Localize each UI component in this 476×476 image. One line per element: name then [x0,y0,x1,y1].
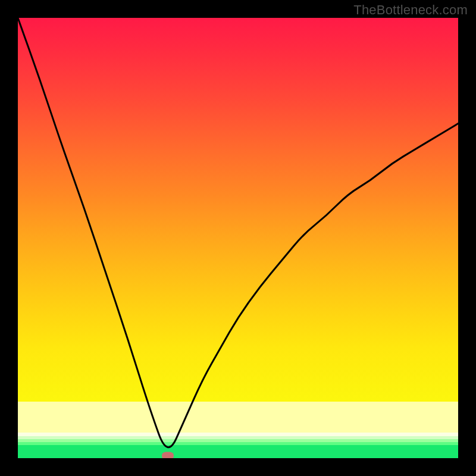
plot-area [18,18,458,458]
chart-frame: TheBottleneck.com [0,0,476,476]
watermark-text: TheBottleneck.com [353,2,468,18]
bottleneck-curve [18,18,458,458]
curve-path [18,18,458,447]
optimal-point-marker [162,452,174,459]
